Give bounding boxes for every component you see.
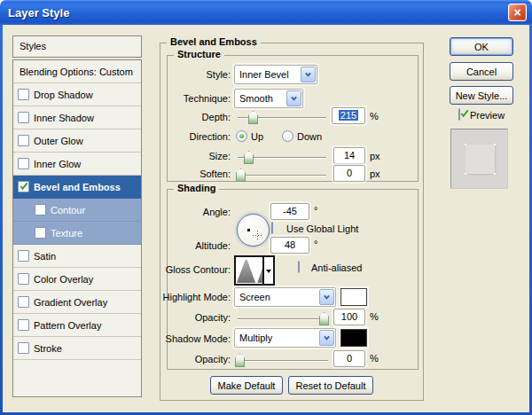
item-checkbox[interactable] [18,319,29,331]
technique-value: Smooth [235,93,286,104]
preview-checkbox[interactable] [458,108,460,121]
cancel-button[interactable]: Cancel [450,62,513,81]
item-checkbox[interactable] [18,112,29,123]
sidebar-item-inner-glow[interactable]: Inner Glow [13,153,141,176]
item-checkbox[interactable] [18,250,29,262]
sidebar-item-contour[interactable]: Contour [13,199,141,222]
sidebar-item-color-overlay[interactable]: Color Overlay [13,268,141,291]
sidebar-item-label: Inner Glow [34,159,81,169]
angle-label: Angle: [151,207,231,217]
handle-dot [465,173,466,175]
sidebar-item-pattern-overlay[interactable]: Pattern Overlay [13,314,141,337]
shadow-mode-value: Multiply [235,333,318,343]
preview-thumbnail [450,129,508,189]
anti-aliased-checkbox[interactable] [298,261,300,273]
technique-select[interactable]: Smooth [234,89,303,108]
sidebar-item-label: Bevel and Emboss [34,182,121,192]
shadow-mode-label: Shadow Mode: [151,333,231,344]
item-checkbox[interactable] [35,227,46,239]
close-icon[interactable]: × [508,4,527,21]
item-checkbox[interactable] [18,296,29,308]
altitude-field[interactable]: 48 [270,237,309,254]
layer-style-dialog: Layer Style × Styles Blending Options: C… [0,0,532,415]
item-checkbox[interactable] [18,135,29,146]
direction-label: Direction: [151,131,231,142]
highlight-mode-select[interactable]: Screen [234,287,336,307]
shadow-color-swatch[interactable] [340,329,367,347]
sidebar-item-texture[interactable]: Texture [13,222,141,245]
sidebar-item-label: Contour [51,205,85,215]
sidebar-item-label: Texture [51,228,82,239]
contour-preview-icon [237,258,262,283]
angle-dial[interactable] [237,214,270,247]
chevron-down-icon[interactable] [319,330,334,346]
style-value: Inner Bevel [235,69,300,80]
highlight-mode-label: Highlight Mode: [151,292,231,302]
item-checkbox[interactable] [18,89,29,100]
chevron-down-icon[interactable] [319,289,334,305]
size-field[interactable]: 14 [333,147,365,164]
handle-dot [494,173,496,175]
size-slider[interactable] [238,157,326,159]
angle-field[interactable]: -45 [270,203,309,220]
highlight-opacity-field[interactable]: 100 [333,309,365,325]
sidebar-item-label: Outer Glow [34,136,83,146]
preview-label: Preview [470,110,505,121]
depth-label: Depth: [151,112,231,122]
ok-button[interactable]: OK [450,37,513,56]
chevron-down-icon[interactable] [262,257,273,284]
highlight-mode-value: Screen [235,292,318,302]
reset-to-default-button[interactable]: Reset to Default [288,376,373,395]
gloss-contour-picker[interactable] [234,255,275,286]
sidebar-item-label: Color Overlay [34,274,93,285]
item-checkbox[interactable] [18,181,29,192]
altitude-unit: ° [314,239,317,249]
direction-up-radio[interactable] [236,130,247,142]
sidebar-item-label: Satin [34,251,56,262]
styles-header[interactable]: Styles [12,35,142,58]
sidebar-item-bevel-and-emboss[interactable]: Bevel and Emboss [13,176,141,199]
sidebar-item-drop-shadow[interactable]: Drop Shadow [13,83,141,106]
sidebar-item-outer-glow[interactable]: Outer Glow [13,129,141,153]
style-select[interactable]: Inner Bevel [234,65,317,84]
chevron-down-icon[interactable] [286,90,301,106]
direction-down-radio[interactable] [282,130,293,142]
angle-unit: ° [314,205,317,215]
sidebar-item-satin[interactable]: Satin [13,245,141,268]
sidebar-item-blending-options-custom[interactable]: Blending Options: Custom [13,60,141,83]
item-checkbox[interactable] [35,204,46,215]
sidebar-item-label: Blending Options: Custom [20,67,133,77]
titlebar[interactable]: Layer Style × [0,0,532,25]
soften-field[interactable]: 0 [333,165,365,182]
make-default-button[interactable]: Make Default [210,376,283,395]
sidebar-item-label: Drop Shadow [34,90,93,100]
chevron-down-icon[interactable] [301,67,316,82]
highlight-opacity-label: Opacity: [151,312,231,323]
item-checkbox[interactable] [18,158,29,169]
depth-field[interactable]: 215 [332,107,365,124]
sidebar-item-stroke[interactable]: Stroke [13,337,141,360]
depth-unit: % [370,111,379,121]
window-title: Layer Style [8,6,508,20]
direction-down-label: Down [297,131,322,142]
styles-list: Blending Options: Custom Drop Shadow Inn… [12,59,142,397]
shadow-mode-select[interactable]: Multiply [234,328,336,348]
use-global-light-checkbox[interactable] [271,222,273,234]
sidebar-item-label: Inner Shadow [34,113,94,123]
soften-unit: px [370,168,380,179]
soften-label: Soften: [151,168,231,179]
structure-title: Structure [174,49,224,59]
new-style-button[interactable]: New Style... [450,86,513,105]
highlight-opacity-slider[interactable] [238,318,328,320]
soften-slider[interactable] [238,175,326,176]
item-checkbox[interactable] [18,273,29,285]
depth-slider[interactable] [238,117,326,119]
shadow-opacity-slider[interactable] [238,360,328,362]
sidebar-item-gradient-overlay[interactable]: Gradient Overlay [13,291,141,314]
highlight-color-swatch[interactable] [340,288,367,306]
use-global-light-label: Use Global Light [286,223,358,234]
shadow-opacity-field[interactable]: 0 [333,350,365,367]
sidebar-item-inner-shadow[interactable]: Inner Shadow [13,106,141,129]
item-checkbox[interactable] [18,342,29,354]
gloss-contour-label: Gloss Contour: [151,264,231,275]
